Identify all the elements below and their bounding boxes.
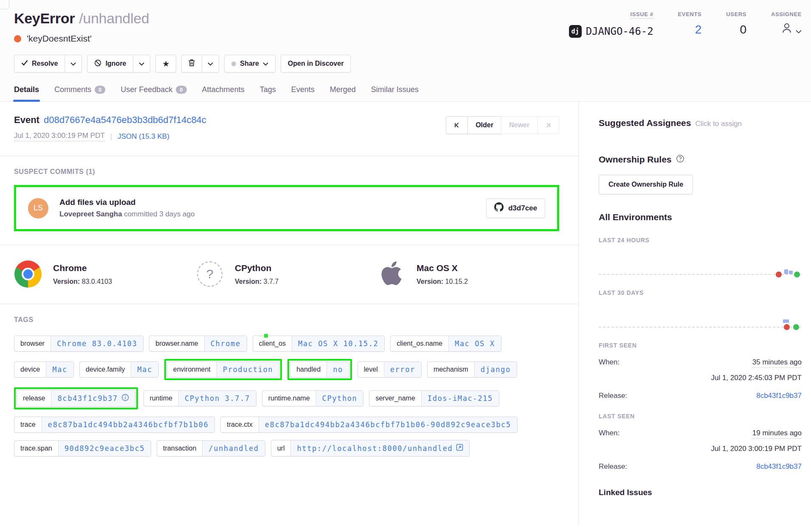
tag-pill-level: levelerror	[358, 361, 422, 378]
page-title: KeyError/unhandled	[14, 10, 149, 27]
ignore-button[interactable]: Ignore	[87, 55, 133, 73]
tag-value-link[interactable]: CPython 3.7.7	[178, 391, 256, 406]
tab-comments[interactable]: Comments0	[54, 85, 105, 101]
event-bar	[783, 319, 789, 323]
tab-details[interactable]: Details	[14, 85, 39, 101]
assignee-dropdown[interactable]	[780, 22, 802, 37]
context-version: 3.7.7	[264, 278, 279, 285]
tag-value-link[interactable]: 90d892c9eace3bc5	[58, 441, 151, 456]
issue-number-label[interactable]: ISSUE #	[631, 11, 653, 19]
tag-value-link[interactable]: Chrome	[204, 336, 247, 351]
commit-row: LS Add files via upload Lovepreet Sangha…	[16, 187, 557, 229]
event-json-link[interactable]: JSON (15.3 KB)	[118, 132, 169, 141]
event-details-main: Eventd08d7667e4a5476eb3b3db6d7f14c84c Ju…	[0, 102, 579, 524]
tab-attachments[interactable]: Attachments	[202, 85, 245, 101]
issue-sidebar: Suggested AssigneesClick to assign Owner…	[579, 102, 811, 524]
context-runtime: ? CPython Version: 3.7.7	[196, 260, 377, 288]
linked-issues-title: Linked Issues	[599, 488, 802, 497]
tag-pill-trace-span: trace.span90d892c9eace3bc5	[14, 440, 151, 456]
create-ownership-rule-button[interactable]: Create Ownership Rule	[599, 175, 693, 194]
last-seen-relative[interactable]: 19 minutes ago	[752, 429, 802, 439]
help-icon[interactable]	[676, 154, 684, 165]
external-link-icon[interactable]	[456, 444, 463, 453]
tag-value-link[interactable]: error	[384, 362, 421, 377]
tag-value-link[interactable]: 8cb43f1c9b37	[51, 390, 135, 406]
suspect-commits-heading: SUSPECT COMMITS (1)	[14, 168, 559, 176]
bookmark-button[interactable]: ★	[155, 55, 176, 73]
last-30-days-sparkline[interactable]	[599, 296, 801, 328]
tag-value-link[interactable]: Idos-iMac-215	[421, 391, 499, 406]
tag-value-link[interactable]: Production	[217, 362, 279, 377]
resolve-dropdown-button[interactable]	[65, 55, 82, 73]
chrome-logo-icon	[14, 260, 42, 288]
delete-button[interactable]	[181, 55, 202, 73]
tab-events[interactable]: Events	[291, 85, 315, 101]
resolve-button[interactable]: Resolve	[14, 55, 65, 73]
tag-pill-client-os: client_osMac OS X 10.15.2	[253, 336, 385, 352]
open-in-discover-button[interactable]: Open in Discover	[281, 55, 351, 73]
info-icon[interactable]	[121, 394, 129, 403]
tag-value-link[interactable]: Chrome 83.0.4103	[51, 336, 143, 351]
events-count[interactable]: 2	[695, 23, 702, 36]
tab-merged[interactable]: Merged	[330, 85, 356, 101]
event-label: Event	[14, 115, 39, 125]
last-seen-release-link[interactable]: 8cb43f1c9b37	[756, 462, 802, 471]
stat-assignee: ASSIGNEE	[771, 11, 802, 38]
event-timestamp[interactable]: Jul 1, 2020 3:00:19 PM PDT	[14, 132, 105, 141]
tab-user-feedback[interactable]: User Feedback0	[121, 85, 186, 101]
ignore-dropdown-button[interactable]	[133, 55, 150, 73]
users-count[interactable]: 0	[740, 23, 746, 36]
skip-to-first-icon	[454, 122, 460, 128]
annotation-highlight-handled: handledno	[287, 359, 352, 380]
last-24-hours-sparkline[interactable]	[599, 244, 801, 275]
tag-value-link[interactable]: Mac	[46, 362, 73, 377]
new-tag-indicator	[264, 334, 268, 338]
share-button[interactable]: Share	[224, 55, 275, 73]
annotation-highlight-environment: environmentProduction	[164, 359, 282, 380]
tab-tags[interactable]: Tags	[260, 85, 276, 101]
tag-value-link[interactable]: e8c87ba1dc494bb2a4346bcfbf7b1b06-90d892c…	[259, 417, 517, 432]
last-seen-label: LAST SEEN	[599, 413, 802, 420]
first-seen-release-link[interactable]: 8cb43f1c9b37	[756, 392, 802, 400]
action-toolbar: Resolve Ignore ★	[14, 55, 802, 73]
tag-value-link[interactable]: django	[474, 362, 517, 377]
tab-similar-issues[interactable]: Similar Issues	[371, 85, 419, 101]
ban-icon	[94, 59, 101, 68]
last-seen-date: Jul 1, 2020 3:00:19 PM PDT	[599, 445, 802, 453]
context-name: CPython	[235, 263, 279, 273]
tag-value-link[interactable]: http://localhost:8000/unhandled	[290, 440, 469, 456]
tag-value-link[interactable]: Mac OS X	[448, 336, 501, 351]
first-seen-label: FIRST SEEN	[599, 342, 802, 349]
chevron-down-icon	[208, 60, 213, 67]
star-icon: ★	[162, 60, 169, 68]
tags-heading: TAGS	[14, 316, 559, 324]
click-to-assign-hint[interactable]: Click to assign	[695, 120, 742, 128]
tag-value-link[interactable]: CPython	[316, 391, 363, 406]
issue-message: 'keyDoesntExist'	[27, 34, 92, 44]
oldest-event-button[interactable]	[446, 116, 468, 134]
suspect-commits-section: SUSPECT COMMITS (1) LS Add files via upl…	[0, 156, 578, 245]
tag-value-link[interactable]: /unhandled	[202, 441, 265, 456]
tag-pill-browser: browserChrome 83.0.4103	[14, 336, 144, 352]
tag-value-link[interactable]: no	[327, 362, 349, 377]
older-event-button[interactable]: Older	[467, 116, 501, 134]
event-id-link[interactable]: d08d7667e4a5476eb3b3db6d7f14c84c	[44, 115, 206, 125]
commit-sha-button[interactable]: d3d7cee	[486, 199, 545, 218]
tag-pill-runtime: runtimeCPython 3.7.7	[144, 390, 256, 406]
tag-value-link[interactable]: Mac OS X 10.15.2	[292, 336, 384, 351]
tag-pill-runtime-name: runtime.nameCPython	[262, 390, 364, 406]
release-marker-dot	[776, 272, 782, 277]
first-seen-relative[interactable]: 35 minutes ago	[752, 358, 802, 368]
stat-issue-number: ISSUE # dj DJANGO-46-2	[569, 11, 653, 38]
annotation-highlight-commit: LS Add files via upload Lovepreet Sangha…	[14, 185, 559, 231]
tag-value-link[interactable]: Mac	[131, 362, 158, 377]
context-version: 83.0.4103	[82, 278, 112, 285]
skip-to-latest-button[interactable]	[537, 116, 559, 134]
chevron-down-icon	[263, 60, 268, 67]
delete-dropdown-button[interactable]	[202, 55, 219, 73]
corner-ui-fragment	[0, 0, 9, 9]
newer-event-button[interactable]: Newer	[501, 116, 538, 134]
tag-value-link[interactable]: e8c87ba1dc494bb2a4346bcfbf7b1b06	[42, 417, 215, 432]
context-browser: Chrome Version: 83.0.4103	[14, 260, 196, 288]
annotation-highlight-release: release8cb43f1c9b37	[14, 387, 138, 409]
